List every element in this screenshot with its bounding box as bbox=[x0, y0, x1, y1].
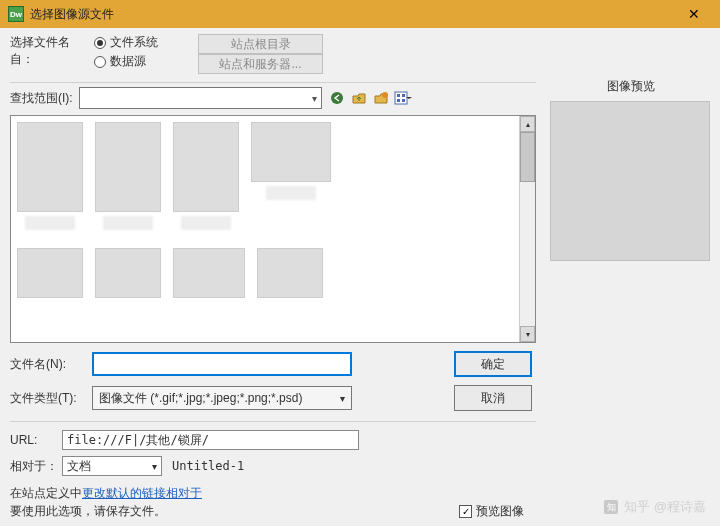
svg-rect-2 bbox=[395, 92, 407, 104]
thumbnail-item[interactable] bbox=[95, 248, 161, 298]
filetype-value: 图像文件 (*.gif;*.jpg;*.jpeg;*.png;*.psd) bbox=[99, 390, 302, 407]
chevron-down-icon: ▾ bbox=[152, 461, 157, 472]
scrollbar[interactable]: ▴ ▾ bbox=[519, 116, 535, 342]
filename-input[interactable] bbox=[92, 352, 352, 376]
thumbnail-item[interactable] bbox=[95, 122, 161, 230]
chevron-down-icon: ▾ bbox=[312, 93, 317, 104]
titlebar: Dw 选择图像源文件 ✕ bbox=[0, 0, 720, 28]
lookin-dropdown[interactable]: ▾ bbox=[79, 87, 322, 109]
info-text: 在站点定义中更改默认的链接相对于 要使用此选项，请保存文件。 预览图像 bbox=[10, 484, 536, 520]
preview-title: 图像预览 bbox=[550, 78, 712, 95]
relative-dropdown[interactable]: 文档 ▾ bbox=[62, 456, 162, 476]
thumbnail-item[interactable] bbox=[173, 122, 239, 230]
url-input[interactable]: file:///F|/其他/锁屏/ bbox=[62, 430, 359, 450]
svg-rect-4 bbox=[402, 94, 405, 97]
thumbnail-item[interactable] bbox=[251, 122, 331, 230]
chevron-down-icon: ▾ bbox=[340, 393, 345, 404]
window-title: 选择图像源文件 bbox=[30, 6, 114, 23]
site-server-button[interactable]: 站点和服务器... bbox=[198, 54, 323, 74]
file-browser[interactable]: ▴ ▾ bbox=[10, 115, 536, 343]
preview-image-checkbox[interactable]: 预览图像 bbox=[459, 502, 524, 520]
thumbnail-item[interactable] bbox=[257, 248, 323, 298]
back-icon[interactable] bbox=[328, 89, 346, 107]
select-from-label: 选择文件名自： bbox=[10, 34, 90, 68]
thumbnail-item[interactable] bbox=[17, 122, 83, 230]
thumbnail-item[interactable] bbox=[173, 248, 245, 298]
radio-filesystem[interactable]: 文件系统 bbox=[94, 34, 158, 51]
scroll-thumb[interactable] bbox=[520, 132, 535, 182]
svg-rect-5 bbox=[397, 99, 400, 102]
change-default-link[interactable]: 更改默认的链接相对于 bbox=[82, 486, 202, 500]
checkbox-icon bbox=[459, 505, 472, 518]
up-folder-icon[interactable] bbox=[350, 89, 368, 107]
url-label: URL: bbox=[10, 433, 58, 447]
svg-point-1 bbox=[382, 92, 388, 98]
radio-icon bbox=[94, 56, 106, 68]
close-button[interactable]: ✕ bbox=[676, 0, 712, 28]
preview-checkbox-label: 预览图像 bbox=[476, 502, 524, 520]
document-name: Untitled-1 bbox=[172, 459, 244, 473]
radio-label-filesystem: 文件系统 bbox=[110, 34, 158, 51]
thumbnail-item[interactable] bbox=[17, 248, 83, 298]
svg-point-0 bbox=[331, 92, 343, 104]
image-preview-box bbox=[550, 101, 710, 261]
radio-datasource[interactable]: 数据源 bbox=[94, 53, 158, 70]
filetype-label: 文件类型(T): bbox=[10, 390, 84, 407]
lookin-label: 查找范围(I): bbox=[10, 90, 73, 107]
ok-button[interactable]: 确定 bbox=[454, 351, 532, 377]
radio-icon bbox=[94, 37, 106, 49]
svg-rect-3 bbox=[397, 94, 400, 97]
cancel-button[interactable]: 取消 bbox=[454, 385, 532, 411]
divider bbox=[10, 82, 536, 83]
new-folder-icon[interactable] bbox=[372, 89, 390, 107]
scroll-up-icon[interactable]: ▴ bbox=[520, 116, 535, 132]
filename-label: 文件名(N): bbox=[10, 356, 84, 373]
svg-rect-6 bbox=[402, 99, 405, 102]
relative-label: 相对于： bbox=[10, 458, 58, 475]
dreamweaver-icon: Dw bbox=[8, 6, 24, 22]
view-menu-icon[interactable] bbox=[394, 89, 412, 107]
scroll-down-icon[interactable]: ▾ bbox=[520, 326, 535, 342]
site-root-button[interactable]: 站点根目录 bbox=[198, 34, 323, 54]
divider bbox=[10, 421, 536, 422]
filetype-dropdown[interactable]: 图像文件 (*.gif;*.jpg;*.jpeg;*.png;*.psd) ▾ bbox=[92, 386, 352, 410]
radio-label-datasource: 数据源 bbox=[110, 53, 146, 70]
relative-value: 文档 bbox=[67, 458, 91, 475]
